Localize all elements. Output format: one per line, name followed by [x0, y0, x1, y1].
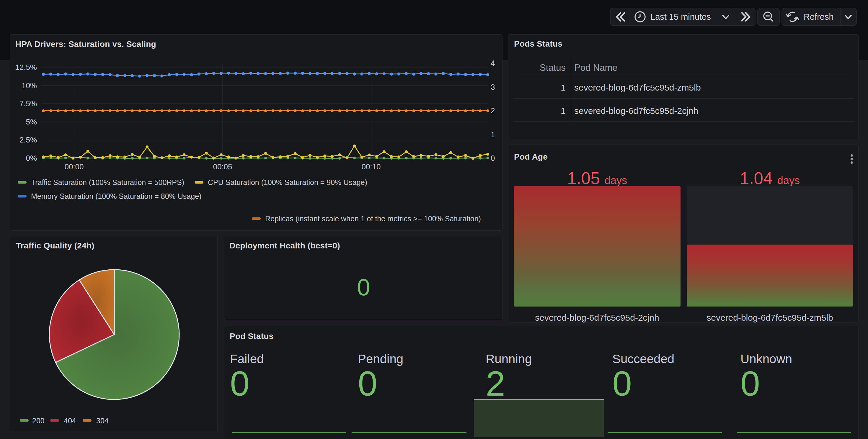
svg-text:00:05: 00:05	[213, 162, 232, 171]
svg-text:Replicas (instant scale when 1: Replicas (instant scale when 1 of the me…	[265, 214, 481, 223]
svg-text:0%: 0%	[26, 154, 37, 163]
svg-text:12.5%: 12.5%	[15, 63, 37, 72]
svg-text:2.5%: 2.5%	[20, 135, 37, 144]
svg-text:304: 304	[96, 416, 108, 425]
svg-text:00:10: 00:10	[361, 162, 380, 171]
svg-text:Memory Saturation (100% Satura: Memory Saturation (100% Saturation = 80%…	[31, 192, 202, 200]
svg-text:1: 1	[491, 130, 495, 139]
svg-text:200: 200	[32, 416, 44, 425]
svg-text:404: 404	[64, 416, 76, 425]
svg-text:2: 2	[491, 106, 495, 115]
svg-text:00:00: 00:00	[64, 162, 84, 171]
svg-text:Last 15 minutes: Last 15 minutes	[650, 12, 711, 22]
svg-text:10%: 10%	[22, 81, 37, 90]
svg-text:7.5%: 7.5%	[20, 99, 37, 108]
svg-text:3: 3	[491, 82, 495, 92]
svg-text:0: 0	[491, 154, 495, 163]
svg-text:Traffic Saturation (100% Satur: Traffic Saturation (100% Saturation = 50…	[31, 178, 184, 187]
svg-text:4: 4	[491, 59, 495, 68]
svg-text:Refresh: Refresh	[804, 12, 834, 22]
svg-text:CPU Saturation (100% Saturatio: CPU Saturation (100% Saturation = 90% Us…	[208, 178, 367, 187]
svg-text:5%: 5%	[26, 117, 37, 126]
